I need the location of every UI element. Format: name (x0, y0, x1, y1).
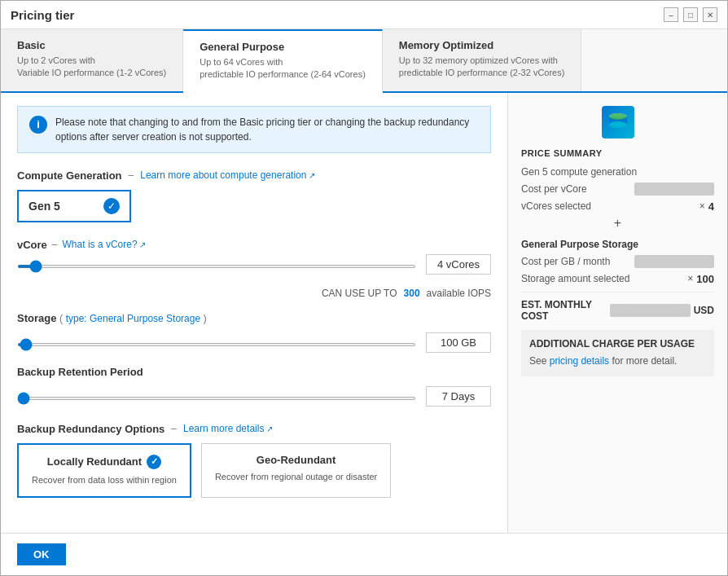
gen-compute-label: Gen 5 compute generation (521, 166, 637, 178)
tab-basic[interactable]: Basic Up to 2 vCores with Variable IO pe… (1, 29, 183, 91)
backup-slider[interactable] (17, 397, 416, 400)
info-banner: i Please note that changing to and from … (17, 106, 491, 153)
vcore-what-is-link[interactable]: What is a vCore? (63, 239, 147, 250)
restore-button[interactable]: □ (683, 7, 698, 22)
vcores-selected-value: 4 (708, 200, 714, 213)
est-monthly-value: ████████ (610, 304, 690, 317)
redundancy-geo-card[interactable]: Geo-Redundant Recover from regional outa… (201, 443, 391, 498)
price-summary-title: PRICE SUMMARY (521, 148, 714, 158)
compute-section-label: Compute Generation – Learn more about co… (17, 169, 491, 182)
redundancy-geo-desc: Recover from regional outage or disaster (215, 471, 377, 483)
storage-amount-label: Storage amount selected (521, 273, 629, 284)
svg-point-4 (611, 114, 625, 119)
tab-general-desc1: Up to 64 vCores with (200, 56, 366, 68)
locally-check-icon: ✓ (147, 455, 161, 469)
vcore-value-box: 4 vCores (426, 254, 491, 275)
backup-section-label: Backup Retention Period (17, 366, 491, 378)
vcore-section-label: vCore – What is a vCore? (17, 239, 491, 251)
storage-slider-row: 100 GB (17, 332, 491, 353)
redundancy-locally-card[interactable]: Locally Redundant ✓ Recover from data lo… (17, 443, 191, 498)
ok-button[interactable]: OK (17, 543, 66, 565)
redundancy-options: Locally Redundant ✓ Recover from data lo… (17, 443, 491, 498)
iops-bar: CAN USE UP TO 300 available IOPS (17, 288, 491, 299)
content-area: i Please note that changing to and from … (1, 93, 727, 533)
est-monthly-row: EST. MONTHLY COST ████████ USD (521, 299, 714, 322)
pricing-tabs: Basic Up to 2 vCores with Variable IO pe… (1, 29, 727, 93)
tab-memory-desc1: Up to 32 memory optimized vCores with (399, 55, 565, 67)
storage-slider-container (17, 336, 416, 349)
cost-per-gb-value: ████████ (634, 255, 714, 268)
db-icon-container (521, 106, 714, 139)
cost-per-vcore-label: Cost per vCore (521, 183, 587, 195)
vcore-slider-container (17, 258, 416, 270)
est-monthly-unit: USD (694, 305, 714, 316)
storage-multiply-sign: × (687, 273, 693, 284)
info-banner-text: Please note that changing to and from th… (55, 115, 479, 144)
cost-per-gb-label: Cost per GB / month (521, 256, 610, 267)
storage-slider[interactable] (17, 343, 416, 346)
vcores-multiply-sign: × (699, 200, 705, 212)
est-monthly-label: EST. MONTHLY COST (521, 299, 610, 322)
iops-unit: available IOPS (427, 288, 491, 299)
storage-value-box: 100 GB (426, 332, 491, 353)
main-window: Pricing tier – □ ✕ Basic Up to 2 vCores … (0, 0, 728, 576)
price-divider (521, 292, 714, 292)
window-title: Pricing tier (11, 8, 74, 22)
close-button[interactable]: ✕ (703, 7, 717, 22)
iops-label: CAN USE UP TO (322, 288, 397, 299)
plus-sign: + (521, 216, 714, 231)
storage-multiply-row: Storage amount selected × 100 (521, 273, 714, 285)
tab-memory-optimized[interactable]: Memory Optimized Up to 32 memory optimiz… (383, 29, 582, 91)
left-panel: i Please note that changing to and from … (1, 93, 507, 533)
vcore-label-text: vCore (17, 239, 47, 251)
compute-label-text: Compute Generation (17, 169, 122, 182)
gen-row: Gen 5 compute generation (521, 166, 714, 178)
additional-text-after: for more detail. (612, 355, 677, 367)
vcore-slider[interactable] (17, 265, 416, 268)
tab-memory-label: Memory Optimized (399, 39, 565, 51)
redundancy-learn-link[interactable]: Learn more details (183, 423, 273, 434)
storage-type-link[interactable]: type: General Purpose Storage (66, 313, 200, 324)
compute-learn-link[interactable]: Learn more about compute generation (140, 169, 315, 181)
redundancy-section-label: Backup Redundancy Options – Learn more d… (17, 423, 491, 435)
minimize-button[interactable]: – (664, 7, 678, 22)
vcores-multiply-row: vCores selected × 4 (521, 200, 714, 213)
db-icon (602, 106, 634, 139)
redundancy-locally-title: Locally Redundant ✓ (32, 455, 177, 469)
window-controls: – □ ✕ (664, 7, 717, 22)
price-summary: PRICE SUMMARY Gen 5 compute generation C… (508, 93, 727, 389)
cost-per-gb-row: Cost per GB / month ████████ (521, 255, 714, 268)
storage-section-price-title: General Purpose Storage (521, 239, 714, 250)
redundancy-label-text: Backup Redundancy Options (17, 423, 164, 435)
backup-slider-row: 7 Days (17, 386, 491, 407)
additional-charge-text: See pricing details for more detail. (529, 354, 706, 368)
gen-label: Gen 5 (29, 200, 60, 213)
backup-value-box: 7 Days (426, 386, 491, 407)
cost-per-vcore-value: ████████ (634, 182, 714, 196)
tab-basic-desc1: Up to 2 vCores with (17, 55, 166, 67)
vcores-selected-label: vCores selected (521, 200, 591, 212)
backup-label-text: Backup Retention Period (17, 366, 143, 378)
iops-value: 300 (404, 288, 420, 299)
vcore-slider-row: 4 vCores (17, 254, 491, 275)
tab-general-purpose[interactable]: General Purpose Up to 64 vCores with pre… (183, 29, 383, 93)
gen-check-icon: ✓ (103, 198, 120, 214)
additional-text-before: See (529, 355, 546, 367)
right-panel: PRICE SUMMARY Gen 5 compute generation C… (507, 93, 727, 533)
storage-label-text: Storage (17, 312, 56, 324)
redundancy-section: Backup Redundancy Options – Learn more d… (17, 423, 491, 498)
pricing-details-link[interactable]: pricing details (550, 355, 609, 367)
additional-charge-box: ADDITIONAL CHARGE PER USAGE See pricing … (521, 330, 714, 376)
titlebar: Pricing tier – □ ✕ (1, 1, 727, 29)
cost-per-vcore-row: Cost per vCore ████████ (521, 182, 714, 196)
redundancy-geo-title: Geo-Redundant (215, 454, 377, 466)
gen-selector[interactable]: Gen 5 ✓ (17, 190, 131, 222)
tab-general-label: General Purpose (200, 41, 366, 53)
storage-amount-value: 100 (696, 273, 714, 285)
backup-slider-container (17, 390, 416, 402)
tab-basic-label: Basic (17, 39, 166, 51)
svg-point-2 (609, 121, 627, 128)
tab-memory-desc2: predictable IO performance (2-32 vCores) (399, 67, 565, 79)
info-icon: i (29, 116, 47, 134)
tab-basic-desc2: Variable IO performance (1-2 vCores) (17, 67, 166, 79)
